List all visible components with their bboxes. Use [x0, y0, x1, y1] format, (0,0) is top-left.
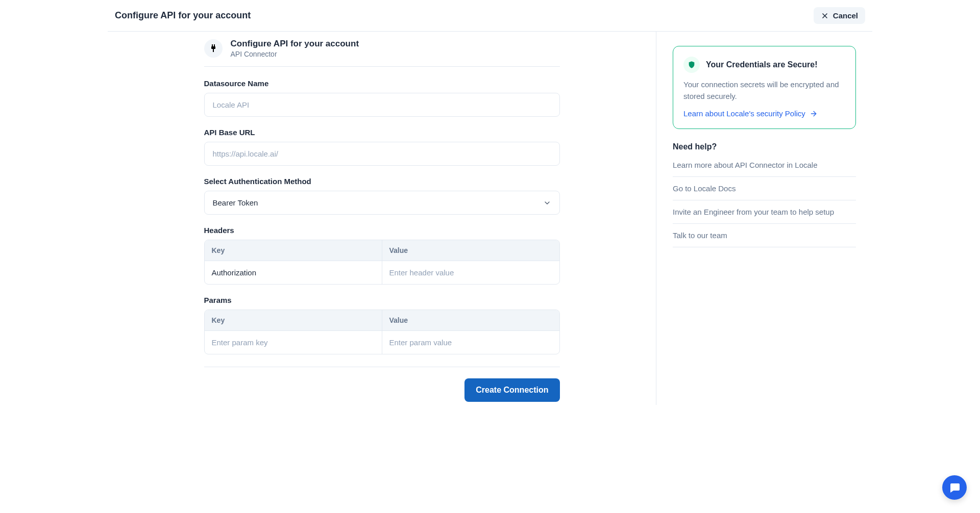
arrow-right-icon: [810, 110, 818, 118]
params-col-key: Key: [205, 310, 382, 330]
help-link-talk-to-team[interactable]: Talk to our team: [673, 224, 856, 247]
svg-rect-4: [214, 44, 215, 46]
create-connection-button[interactable]: Create Connection: [464, 378, 559, 402]
close-icon: [821, 12, 829, 20]
help-link-api-connector[interactable]: Learn more about API Connector in Locale: [673, 153, 856, 177]
api-base-url-label: API Base URL: [204, 128, 560, 137]
params-col-value: Value: [382, 310, 559, 330]
section-header: Configure API for your account API Conne…: [204, 39, 560, 67]
form-column: Configure API for your account API Conne…: [108, 32, 656, 405]
auth-method-select[interactable]: Bearer Token: [204, 191, 560, 215]
help-link-invite-engineer[interactable]: Invite an Engineer from your team to hel…: [673, 200, 856, 224]
auth-method-selected: Bearer Token: [213, 198, 258, 207]
headers-table: Key Value Authorization: [204, 240, 560, 285]
params-row: [205, 330, 559, 354]
security-policy-link-text: Learn about Locale's security Policy: [683, 109, 805, 118]
headers-col-key: Key: [205, 240, 382, 261]
cancel-button[interactable]: Cancel: [814, 7, 865, 24]
headers-col-value: Value: [382, 240, 559, 261]
help-title: Need help?: [673, 142, 856, 151]
datasource-name-input[interactable]: [204, 93, 560, 117]
headers-row: Authorization: [205, 261, 559, 284]
params-label: Params: [204, 296, 560, 304]
svg-rect-2: [211, 46, 215, 49]
modal: Configure API for your account Cancel: [108, 0, 872, 405]
modal-header: Configure API for your account Cancel: [108, 0, 872, 32]
svg-rect-3: [212, 44, 213, 46]
chevron-down-icon: [543, 199, 551, 207]
section-title: Configure API for your account: [231, 39, 359, 49]
chat-fab[interactable]: [942, 475, 967, 500]
section-subtitle: API Connector: [231, 50, 359, 58]
header-key: Authorization: [205, 261, 382, 284]
params-table: Key Value: [204, 310, 560, 354]
datasource-name-label: Datasource Name: [204, 79, 560, 88]
headers-label: Headers: [204, 226, 560, 235]
api-base-url-input[interactable]: [204, 142, 560, 166]
secure-card: Your Credentials are Secure! Your connec…: [673, 46, 856, 129]
modal-body: Configure API for your account API Conne…: [108, 32, 872, 405]
page-title: Configure API for your account: [115, 10, 251, 21]
auth-method-label: Select Authentication Method: [204, 177, 560, 186]
security-policy-link[interactable]: Learn about Locale's security Policy: [683, 109, 818, 118]
param-value-input[interactable]: [382, 331, 559, 354]
help-link-docs[interactable]: Go to Locale Docs: [673, 177, 856, 200]
svg-rect-5: [213, 49, 214, 52]
plug-icon: [209, 43, 217, 54]
sidebar: Your Credentials are Secure! Your connec…: [656, 32, 872, 405]
param-key-input[interactable]: [205, 331, 382, 354]
help-list: Learn more about API Connector in Locale…: [673, 153, 856, 247]
secure-desc: Your connection secrets will be encrypte…: [683, 79, 845, 102]
header-value-input[interactable]: [382, 261, 559, 284]
shield-icon: [683, 57, 700, 73]
connector-icon: [204, 39, 223, 58]
chat-icon: [948, 481, 961, 494]
cancel-label: Cancel: [833, 11, 858, 20]
secure-title: Your Credentials are Secure!: [706, 60, 817, 69]
